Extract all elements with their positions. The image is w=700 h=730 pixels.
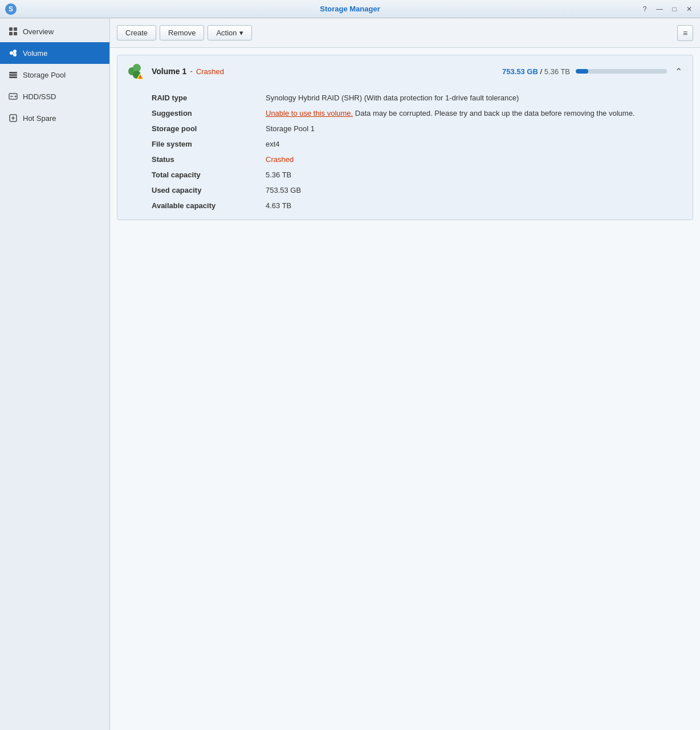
- volume-status: Crashed: [196, 67, 224, 76]
- help-button[interactable]: ?: [638, 3, 651, 15]
- sidebar-item-overview[interactable]: Overview: [0, 21, 109, 42]
- action-label: Action: [216, 29, 237, 37]
- hot-spare-label: Hot Spare: [23, 114, 56, 123]
- volume-label: Volume: [23, 49, 47, 58]
- app-title: Storage Manager: [320, 5, 380, 13]
- overview-label: Overview: [23, 27, 54, 36]
- suggestion-link[interactable]: Unable to use this volume.: [266, 109, 353, 117]
- volume-list: ! Volume 1 - Crashed 753.53 GB /: [110, 48, 700, 730]
- volume-header-left: ! Volume 1 - Crashed: [125, 61, 224, 82]
- remove-button[interactable]: Remove: [160, 25, 204, 40]
- storage-pool-label: Storage pool: [152, 123, 266, 135]
- storage-pool-label: Storage Pool: [23, 71, 66, 79]
- file-system-label: File system: [152, 138, 266, 150]
- main-container: Overview Volume: [0, 18, 700, 730]
- volume-icon: [8, 48, 18, 58]
- volume-header: ! Volume 1 - Crashed 753.53 GB /: [117, 55, 693, 87]
- capacity-total: 5.36 TB: [544, 67, 570, 76]
- capacity-separator: /: [540, 67, 544, 76]
- hdd-ssd-label: HDD/SSD: [23, 92, 56, 101]
- suggestion-rest: Data may be corrupted. Please try and ba…: [353, 109, 634, 117]
- raid-type-value: Synology Hybrid RAID (SHR) (With data pr…: [266, 92, 685, 104]
- volume-separator: -: [190, 67, 193, 76]
- toolbar-left: Create Remove Action ▾: [117, 25, 252, 40]
- hot-spare-icon: [8, 113, 18, 123]
- volume-header-right: 753.53 GB / 5.36 TB ⌃: [502, 65, 685, 78]
- status-value: Crashed: [266, 153, 685, 165]
- svg-text:!: !: [140, 75, 141, 79]
- capacity-used: 753.53 GB: [502, 67, 538, 76]
- minimize-button[interactable]: —: [653, 3, 666, 15]
- svg-rect-4: [9, 32, 13, 35]
- suggestion-label: Suggestion: [152, 107, 266, 119]
- content-area: Create Remove Action ▾ ≡: [110, 18, 700, 730]
- svg-rect-2: [9, 27, 13, 31]
- svg-text:S: S: [9, 5, 13, 13]
- svg-rect-13: [9, 76, 17, 78]
- volume-main-icon: !: [125, 61, 146, 82]
- volume-name-status: Volume 1 - Crashed: [152, 67, 224, 76]
- status-label: Status: [152, 153, 266, 165]
- total-capacity-label: Total capacity: [152, 169, 266, 181]
- svg-rect-11: [9, 72, 17, 74]
- action-arrow: ▾: [239, 29, 243, 37]
- raid-type-label: RAID type: [152, 92, 266, 104]
- title-bar: S Storage Manager ? — □ ✕: [0, 0, 700, 18]
- capacity-bar: [576, 69, 667, 74]
- available-capacity-label: Available capacity: [152, 200, 266, 212]
- view-toggle-button[interactable]: ≡: [677, 25, 693, 41]
- title-bar-left: S: [5, 3, 17, 15]
- action-button[interactable]: Action ▾: [207, 25, 251, 40]
- svg-rect-5: [14, 32, 17, 35]
- file-system-value: ext4: [266, 138, 685, 150]
- toolbar: Create Remove Action ▾ ≡: [110, 18, 700, 48]
- volume-card: ! Volume 1 - Crashed 753.53 GB /: [117, 55, 693, 220]
- app-icon: S: [5, 3, 17, 15]
- hdd-icon: [8, 91, 18, 102]
- sidebar-item-volume[interactable]: Volume: [0, 42, 109, 64]
- available-capacity-value: 4.63 TB: [266, 200, 685, 212]
- sidebar: Overview Volume: [0, 18, 110, 730]
- svg-rect-12: [9, 74, 17, 76]
- total-capacity-value: 5.36 TB: [266, 169, 685, 181]
- sidebar-item-hot-spare[interactable]: Hot Spare: [0, 107, 109, 129]
- collapse-button[interactable]: ⌃: [673, 65, 685, 78]
- capacity-bar-fill: [576, 69, 588, 74]
- used-capacity-label: Used capacity: [152, 184, 266, 196]
- volume-name: Volume 1: [152, 67, 186, 76]
- sidebar-item-hdd-ssd[interactable]: HDD/SSD: [0, 86, 109, 107]
- capacity-text: 753.53 GB / 5.36 TB: [502, 67, 570, 76]
- used-capacity-value: 753.53 GB: [266, 184, 685, 196]
- volume-icon-wrap: !: [125, 61, 146, 82]
- window-controls: ? — □ ✕: [638, 3, 695, 15]
- storage-pool-icon: [8, 70, 18, 80]
- svg-rect-3: [14, 27, 17, 31]
- suggestion-value: Unable to use this volume. Data may be c…: [266, 107, 685, 119]
- volume-details: RAID type Synology Hybrid RAID (SHR) (Wi…: [117, 87, 693, 220]
- sidebar-item-storage-pool[interactable]: Storage Pool: [0, 64, 109, 86]
- overview-icon: [8, 26, 18, 36]
- svg-point-21: [133, 64, 141, 72]
- create-button[interactable]: Create: [117, 25, 156, 40]
- maximize-button[interactable]: □: [668, 3, 681, 15]
- close-button[interactable]: ✕: [683, 3, 695, 15]
- toolbar-right: ≡: [677, 25, 693, 41]
- storage-pool-value: Storage Pool 1: [266, 123, 685, 135]
- svg-point-15: [15, 96, 17, 98]
